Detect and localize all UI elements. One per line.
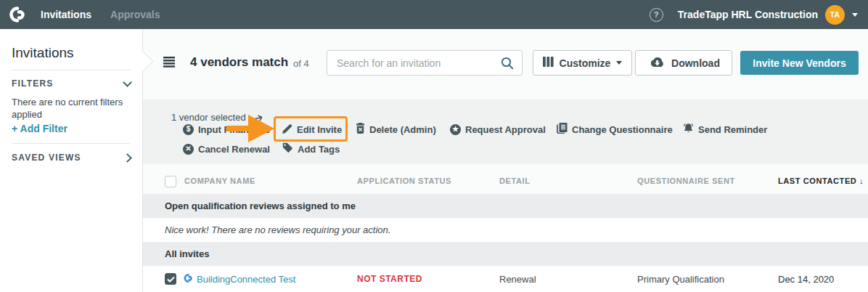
- filters-section-header[interactable]: FILTERS: [12, 78, 131, 89]
- chevron-down-icon[interactable]: [123, 78, 132, 87]
- sidebar-title: Invitations: [12, 45, 74, 61]
- action-request-approval[interactable]: ★ Request Approval: [450, 123, 546, 136]
- table-header-row: COMPANY NAME APPLICATION STATUS DETAIL Q…: [143, 170, 868, 194]
- sidebar-divider: [12, 70, 131, 70]
- sort-descending-icon: ↓: [859, 177, 864, 185]
- action-label: Send Reminder: [698, 124, 767, 135]
- last-contacted-value: Dec 14, 2020: [778, 274, 834, 285]
- section-row-all-invites: All invites: [143, 242, 868, 266]
- detail-value: Renewal: [499, 274, 536, 285]
- trash-icon: [356, 123, 365, 136]
- column-header-label: LAST CONTACTED: [778, 177, 856, 185]
- buildingconnected-company-icon: [184, 273, 194, 286]
- list-menu-icon[interactable]: [163, 57, 175, 70]
- column-header-detail[interactable]: DETAIL: [499, 177, 531, 185]
- questionnaire-icon: [557, 123, 568, 136]
- chevron-right-icon[interactable]: [123, 153, 132, 163]
- cloud-download-icon: [647, 56, 666, 70]
- annotation-arrow-icon: [226, 114, 276, 146]
- customize-label: Customize: [560, 57, 611, 69]
- column-header-company-name[interactable]: COMPANY NAME: [184, 177, 255, 185]
- row-checkbox[interactable]: [165, 273, 176, 285]
- company-name-link[interactable]: BuildingConnected Test: [197, 274, 295, 285]
- download-label: Download: [671, 57, 720, 69]
- download-button[interactable]: Download: [635, 50, 732, 76]
- primary-nav: Invitations Approvals: [41, 9, 160, 20]
- account-menu-caret-icon[interactable]: [852, 13, 858, 17]
- caret-down-icon: [616, 61, 622, 65]
- sidebar-divider: [12, 143, 131, 144]
- questionnaire-sent-value: Primary Qualification: [637, 274, 724, 285]
- buildingconnected-logo-icon[interactable]: [9, 7, 28, 23]
- sidebar: Invitations FILTERS There are no current…: [0, 29, 143, 292]
- help-icon[interactable]: ?: [650, 8, 663, 22]
- x-circle-icon: ✕: [183, 144, 194, 155]
- select-all-checkbox[interactable]: [165, 176, 176, 187]
- top-navigation-bar: Invitations Approvals ? TradeTapp HRL Co…: [0, 0, 868, 29]
- invite-new-vendors-button[interactable]: Invite New Vendors: [740, 51, 859, 75]
- topbar-account-area: ? TradeTapp HRL Construction TA: [650, 5, 858, 25]
- column-header-questionnaire-sent[interactable]: QUESTIONNAIRE SENT: [637, 177, 735, 185]
- customize-button[interactable]: Customize: [533, 50, 632, 76]
- search-input[interactable]: [327, 57, 501, 69]
- application-status-value: NOT STARTED: [357, 274, 422, 284]
- vendors-match-total: of 4: [293, 58, 309, 69]
- nav-invitations[interactable]: Invitations: [41, 9, 91, 20]
- empty-reviews-message: Nice work! There are no reviews requirin…: [143, 218, 868, 242]
- action-add-tags[interactable]: Add Tags: [282, 142, 340, 155]
- action-change-questionnaire[interactable]: Change Questionnaire: [557, 123, 673, 136]
- star-circle-icon: ★: [450, 124, 461, 135]
- section-row-open-reviews: Open qualification reviews assigned to m…: [143, 194, 868, 218]
- vendors-match-count: 4 vendors match: [190, 55, 288, 70]
- column-header-last-contacted[interactable]: LAST CONTACTED ↓: [778, 177, 864, 185]
- column-header-application-status[interactable]: APPLICATION STATUS: [357, 177, 451, 185]
- action-label: Delete (Admin): [369, 124, 436, 135]
- action-label: Request Approval: [465, 124, 546, 135]
- tag-icon: [282, 142, 293, 155]
- saved-views-section-header[interactable]: SAVED VIEWS: [12, 153, 131, 163]
- add-filter-link[interactable]: + Add Filter: [12, 123, 67, 134]
- columns-icon: [543, 57, 554, 69]
- filters-empty-text: There are no current filters applied: [12, 96, 128, 121]
- action-label: Change Questionnaire: [572, 124, 673, 135]
- search-box: [327, 50, 523, 76]
- table-row[interactable]: BuildingConnected Test NOT STARTED Renew…: [143, 266, 868, 292]
- avatar[interactable]: TA: [825, 5, 845, 25]
- nav-approvals[interactable]: Approvals: [110, 9, 160, 20]
- tradetapp-invitations-page: Invitations Approvals ? TradeTapp HRL Co…: [0, 0, 868, 292]
- bell-icon: [683, 123, 694, 136]
- search-icon[interactable]: [501, 57, 514, 70]
- action-send-reminder[interactable]: Send Reminder: [683, 123, 767, 136]
- filters-label: FILTERS: [12, 78, 54, 89]
- saved-views-label: SAVED VIEWS: [12, 153, 81, 163]
- annotation-highlight-box: [274, 116, 348, 142]
- dollar-circle-icon: $: [183, 124, 194, 135]
- action-delete-admin[interactable]: Delete (Admin): [356, 123, 436, 136]
- action-label: Add Tags: [298, 144, 340, 155]
- account-name: TradeTapp HRL Construction: [678, 9, 818, 20]
